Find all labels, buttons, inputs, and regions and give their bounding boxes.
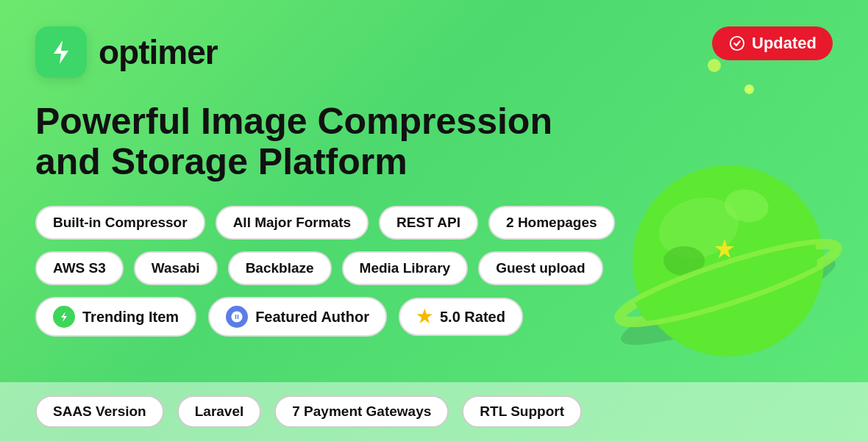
bottom-tag-rtl-support: RTL Support: [462, 395, 582, 428]
badge-trending: Trending Item: [35, 297, 196, 337]
logo-icon: [35, 26, 87, 78]
star-icon: ★: [416, 306, 433, 327]
lightning-icon: [53, 306, 75, 328]
svg-marker-2: [61, 312, 67, 322]
rated-label: 5.0 Rated: [440, 309, 505, 326]
badges-row: Trending Item Featured Author ★ 5.0 Rate…: [35, 297, 833, 337]
bottom-tag-saas: SAAS Version: [35, 395, 164, 428]
tag-built-in-compressor: Built-in Compressor: [35, 206, 205, 240]
badge-rated: ★ 5.0 Rated: [399, 298, 523, 336]
featured-author-label: Featured Author: [255, 309, 369, 326]
logo-text: optimer: [99, 32, 218, 72]
tag-aws-s3: AWS S3: [35, 251, 124, 285]
decorative-dot-1: [708, 59, 721, 72]
main-container: Updated optimer Powerful Image Compressi…: [0, 0, 868, 441]
tag-guest-upload: Guest upload: [478, 251, 602, 285]
tag-wasabi: Wasabi: [134, 251, 218, 285]
tag-all-major-formats: All Major Formats: [216, 206, 369, 240]
bottom-tag-payment-gateways: 7 Payment Gateways: [274, 395, 449, 428]
bottom-tag-laravel: Laravel: [177, 395, 262, 428]
tags-row-2: AWS S3 Wasabi Backblaze Media Library Gu…: [35, 251, 833, 285]
updated-label: Updated: [752, 34, 817, 53]
tags-row-1: Built-in Compressor All Major Formats RE…: [35, 206, 833, 240]
updated-badge: Updated: [712, 26, 833, 60]
tag-backblaze: Backblaze: [228, 251, 332, 285]
tag-media-library: Media Library: [342, 251, 469, 285]
check-icon: [728, 35, 746, 52]
svg-marker-1: [54, 40, 68, 64]
main-title: Powerful Image Compression and Storage P…: [35, 101, 565, 182]
decorative-dot-2: [744, 85, 754, 94]
tag-2-homepages: 2 Homepages: [488, 206, 615, 240]
bottom-bar: SAAS Version Laravel 7 Payment Gateways …: [0, 382, 868, 441]
tag-rest-api: REST API: [379, 206, 478, 240]
trending-label: Trending Item: [82, 309, 179, 326]
author-icon: [226, 306, 248, 328]
badge-featured-author: Featured Author: [208, 297, 387, 337]
